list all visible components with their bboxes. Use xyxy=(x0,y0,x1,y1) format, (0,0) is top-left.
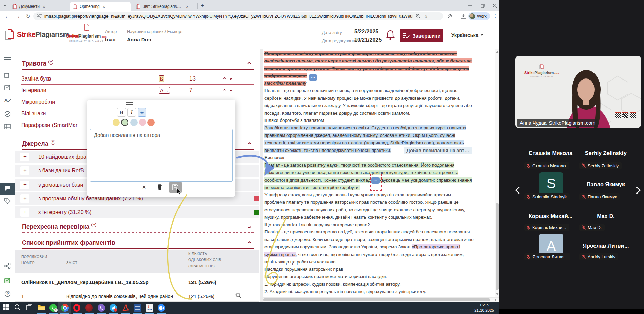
check-circle-icon[interactable] xyxy=(4,111,11,118)
highlight-color-pink[interactable] xyxy=(139,119,146,126)
gallery-next-icon[interactable] xyxy=(633,187,641,194)
chevron-up-icon[interactable] xyxy=(248,241,251,245)
participant-chip[interactable]: Ярослав Литви... xyxy=(524,253,570,260)
speaker-video-tile[interactable]: StrikePlagiarism.com ORIGINALITY IS A VA… xyxy=(515,56,641,128)
comment-selection-box[interactable]: ... xyxy=(370,174,382,191)
expand-plus-icon[interactable]: + xyxy=(20,166,29,175)
opera-gx-icon[interactable] xyxy=(85,304,93,312)
scroll-up-icon[interactable] xyxy=(496,51,499,53)
participant-chip[interactable]: Коршак Михай... xyxy=(524,224,569,231)
help-badge-icon[interactable]: ? xyxy=(51,140,55,145)
source-row[interactable]: + з Інтернету (31.20 %) xyxy=(15,206,259,218)
java-icon[interactable] xyxy=(146,304,153,312)
comment-editor-popup[interactable]: B I S Добав посилання на автора × xyxy=(87,100,235,197)
acrobat-icon[interactable] xyxy=(122,304,129,312)
language-selector[interactable]: Українська xyxy=(451,32,483,38)
minimize-window-icon[interactable] xyxy=(462,0,477,11)
chrome-icon[interactable] xyxy=(61,304,69,312)
help-badge-icon[interactable]: ? xyxy=(91,223,96,227)
viber-icon[interactable] xyxy=(98,304,105,312)
extensions-icon[interactable] xyxy=(448,14,453,20)
alerts-section-header[interactable]: Тривога ? xyxy=(22,58,254,70)
horizontal-scrollbar[interactable] xyxy=(263,297,499,302)
chevron-down-icon[interactable] xyxy=(248,225,251,228)
drag-handle-icon[interactable] xyxy=(126,102,133,105)
whatsapp-icon[interactable]: 1 xyxy=(49,304,57,312)
zoom-page-icon[interactable] xyxy=(416,14,421,19)
forward-icon[interactable]: → xyxy=(14,12,22,20)
text-edit-icon[interactable]: A xyxy=(4,97,11,104)
scrollbar-thumb[interactable] xyxy=(263,298,490,301)
browser-menu-icon[interactable]: ⋮ xyxy=(493,13,498,18)
tab-close-icon[interactable]: × xyxy=(43,4,45,9)
alert-row[interactable]: Інтервали A→ 7 xyxy=(21,85,254,96)
profile-button[interactable]: Work xyxy=(468,12,490,20)
participant-chip[interactable]: Сташків Микола xyxy=(524,162,569,169)
cross-check-section-header[interactable]: Перехресна перевірка ? xyxy=(22,221,254,233)
tab-documents[interactable]: Документи × xyxy=(10,2,68,11)
expand-plus-icon[interactable]: + xyxy=(20,153,29,161)
zoom-icon[interactable] xyxy=(158,304,165,312)
taskbar-clock[interactable]: 15:15 21.10.2025 xyxy=(471,303,498,313)
table-row[interactable]: 1 Відповідно до планів союзників, цей од… xyxy=(15,290,259,302)
expand-plus-icon[interactable]: + xyxy=(20,208,29,217)
accepted-fragments-section-header[interactable]: Список прийнятих фрагментів xyxy=(22,238,254,249)
participant-chip[interactable]: Serhiy Zelinskiy xyxy=(579,162,622,169)
highlight-color-green[interactable] xyxy=(121,119,128,126)
tab-report[interactable]: Звіт Strikeplagiarism.com × xyxy=(133,2,195,11)
participant-chip[interactable]: Andriy Lutskiv xyxy=(579,253,618,260)
reload-icon[interactable]: ↻ xyxy=(24,12,32,20)
comment-bubble-icon[interactable]: ... xyxy=(371,177,380,184)
chevron-up-icon[interactable] xyxy=(223,89,226,91)
table-icon[interactable] xyxy=(4,124,11,131)
chevron-down-icon[interactable] xyxy=(230,77,232,80)
highlight-color-blue[interactable] xyxy=(130,119,138,126)
highlight-color-orange[interactable] xyxy=(147,119,155,126)
search-icon[interactable] xyxy=(14,304,22,312)
file-explorer-icon[interactable] xyxy=(38,304,45,312)
tab-close-icon[interactable]: × xyxy=(103,4,105,9)
participant-avatar[interactable]: S xyxy=(539,172,563,194)
comment-text-input[interactable]: Добав посилання на автора xyxy=(90,129,233,182)
cancel-icon[interactable]: × xyxy=(142,183,146,191)
finish-button[interactable]: Завершити xyxy=(400,29,443,42)
scrollbar-thumb[interactable] xyxy=(496,203,499,290)
help-icon[interactable]: ? xyxy=(4,291,11,298)
telegram-icon[interactable] xyxy=(110,304,117,312)
comments-icon[interactable] xyxy=(4,186,11,192)
gallery-prev-icon[interactable] xyxy=(515,187,523,194)
participant-chip[interactable]: Max D. xyxy=(579,224,605,231)
vertical-scrollbar[interactable] xyxy=(495,49,499,297)
task-view-icon[interactable] xyxy=(26,304,33,312)
strikethrough-button[interactable]: S xyxy=(138,108,146,117)
participant-chip[interactable]: Павло Якимук xyxy=(579,193,620,200)
opera-icon[interactable] xyxy=(73,304,81,312)
comment-bubble-icon[interactable]: ... xyxy=(309,74,317,81)
site-settings-icon[interactable] xyxy=(37,13,42,19)
menu-icon[interactable] xyxy=(4,55,11,61)
note-edit-icon[interactable] xyxy=(4,84,11,92)
table-row-document[interactable]: Олійников П._Диплом_кер.Щербина І.В._19.… xyxy=(15,274,259,290)
excel-icon[interactable] xyxy=(134,304,141,312)
help-badge-icon[interactable]: ? xyxy=(48,60,53,65)
tab-search-icon[interactable] xyxy=(4,4,6,6)
notification-bell-icon[interactable] xyxy=(386,29,395,43)
start-icon[interactable] xyxy=(3,304,10,312)
bold-button[interactable]: B xyxy=(117,108,126,117)
address-bar[interactable]: ☆ xyxy=(33,12,443,20)
scroll-down-icon[interactable] xyxy=(496,293,499,295)
new-tab-button[interactable]: + xyxy=(201,2,204,9)
chevron-down-icon[interactable] xyxy=(230,89,232,91)
share-icon[interactable] xyxy=(4,263,11,270)
chevron-up-icon[interactable] xyxy=(248,142,251,146)
downloads-icon[interactable] xyxy=(461,14,466,20)
tag-icon[interactable] xyxy=(4,198,11,205)
participant-chip[interactable]: Solomiia Stadnyk xyxy=(524,193,570,200)
scroll-right-icon[interactable] xyxy=(495,299,497,301)
chevron-up-icon[interactable] xyxy=(248,62,251,66)
italic-button[interactable]: I xyxy=(127,108,136,117)
bookmark-star-icon[interactable]: ☆ xyxy=(424,14,428,19)
edit-green-icon[interactable] xyxy=(4,277,11,285)
chevron-up-icon[interactable] xyxy=(223,77,226,80)
highlight-color-yellow[interactable] xyxy=(113,119,120,126)
